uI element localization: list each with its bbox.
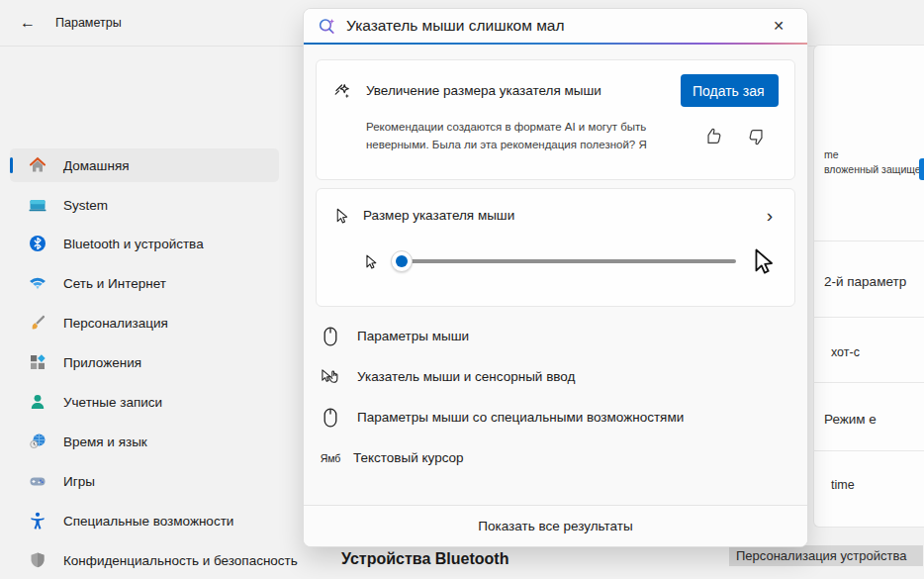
result-mouse-accessibility[interactable]: Параметры мыши со специальными возможнос… bbox=[320, 397, 791, 437]
cursor-touch-icon bbox=[320, 368, 341, 386]
bg-row-mode[interactable]: Режим e bbox=[824, 412, 877, 427]
close-icon[interactable]: ✕ bbox=[764, 13, 793, 39]
sidebar-item-accounts[interactable]: Учетные записи bbox=[10, 385, 279, 419]
thumbs-down-icon[interactable] bbox=[745, 126, 767, 147]
result-pointer-touch[interactable]: Указатель мыши и сенсорный ввод bbox=[320, 356, 791, 397]
bg-row-time[interactable]: time bbox=[831, 478, 855, 492]
ai-disclaimer: Рекомендации создаются в формате AI и мо… bbox=[366, 119, 697, 154]
system-icon bbox=[28, 195, 47, 215]
text-cursor-icon: Ямб bbox=[320, 452, 341, 464]
apply-button[interactable]: Подать зая bbox=[681, 74, 779, 107]
slider-track[interactable] bbox=[401, 259, 736, 263]
search-flyout: Указатель мыши слишком мал ✕ Увеличение … bbox=[303, 8, 808, 547]
search-flyout-header: Указатель мыши слишком мал ✕ bbox=[304, 9, 807, 43]
pointer-size-card[interactable]: Размер указателя мыши › bbox=[316, 188, 795, 307]
mouse-icon bbox=[320, 408, 341, 428]
home-icon bbox=[28, 155, 47, 175]
mouse-icon bbox=[320, 327, 341, 346]
slider-thumb[interactable] bbox=[391, 250, 413, 272]
search-query-text[interactable]: Указатель мыши слишком мал bbox=[346, 17, 764, 35]
sidebar-item-gaming[interactable]: Игры bbox=[10, 464, 279, 498]
sidebar-item-home[interactable]: Домашняя bbox=[10, 148, 279, 182]
sidebar-item-time-language[interactable]: Время и язык bbox=[10, 425, 279, 458]
pointer-size-slider[interactable] bbox=[391, 250, 736, 272]
ai-search-icon bbox=[318, 17, 336, 36]
result-text-cursor[interactable]: Ямб Текстовый курсор bbox=[320, 437, 791, 478]
sidebar-item-accessibility[interactable]: Специальные возможности bbox=[10, 504, 279, 537]
sidebar-item-personalization[interactable]: Персонализация bbox=[10, 306, 279, 339]
privacy-icon bbox=[28, 550, 47, 570]
time-language-icon bbox=[28, 432, 47, 451]
cursor-icon bbox=[332, 207, 350, 225]
network-icon bbox=[28, 273, 47, 293]
device-personalization-highlight[interactable]: Персонализация устройства bbox=[729, 545, 923, 566]
sidebar-item-privacy[interactable]: Конфиденциальность и безопасность bbox=[10, 543, 279, 577]
bg-row-second-parameter[interactable]: 2-й параметр bbox=[824, 274, 906, 289]
small-cursor-icon bbox=[362, 252, 379, 271]
bluetooth-icon bbox=[28, 234, 47, 253]
bg-row-hotspot[interactable]: хот-с bbox=[831, 345, 860, 359]
clipped-text-line1: me bbox=[824, 148, 839, 160]
sparkle-icon bbox=[332, 81, 352, 101]
chevron-right-icon[interactable]: › bbox=[767, 206, 773, 225]
sidebar-item-network[interactable]: Сеть и Интернет bbox=[10, 266, 279, 300]
app-title: Параметры bbox=[55, 16, 122, 30]
suggestion-title: Увеличение размера указателя мыши bbox=[366, 83, 681, 98]
sidebar-item-bluetooth[interactable]: Bluetooth и устройства bbox=[10, 227, 279, 260]
back-button[interactable]: ← bbox=[12, 9, 44, 37]
clipped-toggle[interactable] bbox=[919, 158, 924, 180]
thumbs-up-icon[interactable] bbox=[703, 126, 725, 147]
accounts-icon bbox=[28, 392, 47, 412]
gaming-icon bbox=[28, 471, 47, 491]
section-heading-bluetooth-devices: Устройства Bluetooth bbox=[341, 550, 508, 568]
ai-suggestion-card: Увеличение размера указателя мыши Подать… bbox=[316, 59, 795, 180]
result-mouse-settings[interactable]: Параметры мыши bbox=[320, 316, 791, 356]
pointer-size-label: Размер указателя мыши bbox=[363, 208, 767, 223]
search-results-list: Параметры мыши Указатель мыши и сенсорны… bbox=[304, 307, 807, 478]
apps-icon bbox=[28, 352, 47, 372]
sidebar-item-apps[interactable]: Приложения bbox=[10, 345, 279, 379]
personalization-icon bbox=[28, 313, 47, 333]
settings-sidebar: Домашняя System Bluetooth и устройства С… bbox=[0, 48, 297, 579]
ai-gradient-divider bbox=[304, 43, 807, 45]
show-all-results-button[interactable]: Показать все результаты bbox=[304, 505, 807, 546]
large-cursor-icon bbox=[748, 245, 777, 277]
clipped-text-line2: вложенный защищенный bbox=[824, 163, 924, 175]
accessibility-icon bbox=[28, 511, 47, 531]
sidebar-item-system[interactable]: System bbox=[10, 188, 279, 222]
